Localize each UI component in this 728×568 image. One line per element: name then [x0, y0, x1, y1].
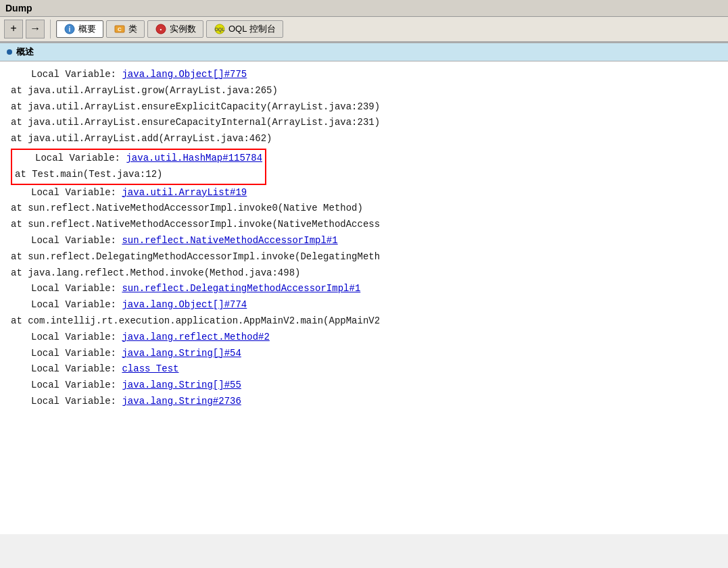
link-delegatingmethodaccessorimpl-1[interactable]: sun.reflect.DelegatingMethodAccessorImpl…	[122, 283, 360, 294]
oql-icon: OQL	[214, 23, 226, 35]
link-method-2[interactable]: java.lang.reflect.Method#2	[122, 332, 269, 342]
local-var-prefix: Local Variable:	[31, 380, 122, 390]
class-icon: C	[114, 23, 126, 35]
stack-trace-line: at Test.main(Test.java:12)	[15, 169, 162, 180]
svg-text:i: i	[69, 26, 71, 33]
list-item: at sun.reflect.NativeMethodAccessorImpl.…	[11, 217, 717, 233]
instance-count-label: 实例数	[170, 23, 196, 35]
link-arraylist-19[interactable]: java.util.ArrayList#19	[122, 187, 247, 198]
link-string-array-54[interactable]: java.lang.String[]#54	[122, 348, 241, 359]
stack-trace-line: at sun.reflect.DelegatingMethodAccessorI…	[11, 251, 380, 262]
nav-back-button[interactable]: +	[4, 20, 23, 38]
list-item: Local Variable: java.lang.String[]#54	[11, 346, 717, 362]
instance-icon: •	[155, 23, 167, 35]
stack-trace-line: at java.lang.reflect.Method.invoke(Metho…	[11, 267, 300, 278]
stack-trace-line: at sun.reflect.NativeMethodAccessorImpl.…	[11, 203, 363, 213]
toolbar-separator	[50, 20, 51, 38]
content-area: Local Variable: java.lang.Object[]#775 a…	[0, 61, 728, 534]
section-header: 概述	[0, 43, 728, 61]
link-object-775[interactable]: java.lang.Object[]#775	[122, 69, 247, 80]
list-item: at java.util.ArrayList.grow(ArrayList.ja…	[11, 83, 717, 99]
link-string-array-55[interactable]: java.lang.String[]#55	[122, 380, 241, 390]
list-item: at sun.reflect.NativeMethodAccessorImpl.…	[11, 201, 717, 217]
link-nativemethodaccessorimpl-1[interactable]: sun.reflect.NativeMethodAccessorImpl#1	[122, 235, 337, 246]
list-item: at java.util.ArrayList.ensureExplicitCap…	[11, 99, 717, 115]
list-item: Local Variable: java.lang.String#2736	[11, 394, 717, 410]
stack-trace-line: at sun.reflect.NativeMethodAccessorImpl.…	[11, 219, 380, 230]
overview-label: 概要	[78, 23, 96, 35]
list-item: at java.util.ArrayList.add(ArrayList.jav…	[11, 131, 717, 147]
oql-button[interactable]: OQL OQL 控制台	[206, 20, 283, 38]
highlighted-region: Local Variable: java.util.HashMap#115784…	[11, 149, 266, 185]
list-item: at sun.reflect.DelegatingMethodAccessorI…	[11, 249, 717, 265]
local-var-prefix: Local Variable:	[31, 396, 122, 407]
list-item: Local Variable: java.lang.String[]#55	[11, 378, 717, 394]
class-button[interactable]: C 类	[106, 20, 145, 38]
local-var-prefix: Local Variable:	[31, 348, 122, 359]
list-item: Local Variable: sun.reflect.DelegatingMe…	[11, 281, 717, 297]
list-item: Local Variable: java.util.HashMap#115784	[15, 151, 262, 167]
list-item: Local Variable: class Test	[11, 361, 717, 378]
arrow-icon: →	[32, 23, 39, 35]
link-string-2736[interactable]: java.lang.String#2736	[122, 396, 241, 407]
local-var-prefix: Local Variable:	[31, 299, 122, 310]
svg-text:C: C	[118, 26, 122, 32]
link-class-test[interactable]: class Test	[122, 363, 178, 374]
list-item: at java.lang.reflect.Method.invoke(Metho…	[11, 265, 717, 282]
local-var-prefix: Local Variable:	[31, 332, 122, 342]
list-item: at com.intellij.rt.execution.application…	[11, 313, 717, 330]
local-var-prefix: Local Variable:	[35, 153, 126, 163]
list-item: Local Variable: sun.reflect.NativeMethod…	[11, 233, 717, 249]
local-var-prefix: Local Variable:	[31, 187, 122, 198]
stack-trace-line: at java.util.ArrayList.ensureExplicitCap…	[11, 101, 380, 112]
info-icon: i	[64, 23, 76, 35]
list-item: Local Variable: java.lang.reflect.Method…	[11, 330, 717, 346]
list-item: Local Variable: java.lang.Object[]#775	[11, 67, 717, 83]
plus-icon: +	[10, 23, 17, 35]
list-item: at Test.main(Test.java:12)	[15, 167, 262, 183]
class-label: 类	[128, 23, 137, 35]
svg-text:OQL: OQL	[214, 27, 225, 32]
oql-label: OQL 控制台	[228, 23, 276, 35]
title-bar: Dump	[0, 0, 728, 17]
stack-trace-line: at java.util.ArrayList.add(ArrayList.jav…	[11, 133, 272, 144]
local-var-prefix: Local Variable:	[31, 235, 122, 246]
list-item: Local Variable: java.lang.Object[]#774	[11, 297, 717, 313]
stack-trace-line: at com.intellij.rt.execution.application…	[11, 315, 380, 326]
stack-trace-line: at java.util.ArrayList.grow(ArrayList.ja…	[11, 85, 278, 96]
local-var-prefix: Local Variable:	[31, 283, 122, 294]
link-hashmap-115784[interactable]: java.util.HashMap#115784	[126, 153, 262, 163]
list-item: Local Variable: java.util.ArrayList#19	[11, 185, 717, 201]
toolbar: + → i 概要 C 类 • 实例数	[0, 17, 728, 43]
overview-button[interactable]: i 概要	[56, 20, 103, 38]
nav-forward-button[interactable]: →	[26, 20, 45, 38]
svg-text:•: •	[160, 26, 162, 32]
stack-trace-line: at java.util.ArrayList.ensureCapacityInt…	[11, 117, 380, 128]
local-var-prefix: Local Variable:	[31, 69, 122, 80]
list-item: at java.util.ArrayList.ensureCapacityInt…	[11, 115, 717, 131]
local-var-prefix: Local Variable:	[31, 363, 122, 374]
title-text: Dump	[5, 3, 32, 14]
link-object-774[interactable]: java.lang.Object[]#774	[122, 299, 247, 310]
instance-count-button[interactable]: • 实例数	[147, 20, 203, 38]
section-header-label: 概述	[16, 46, 34, 58]
